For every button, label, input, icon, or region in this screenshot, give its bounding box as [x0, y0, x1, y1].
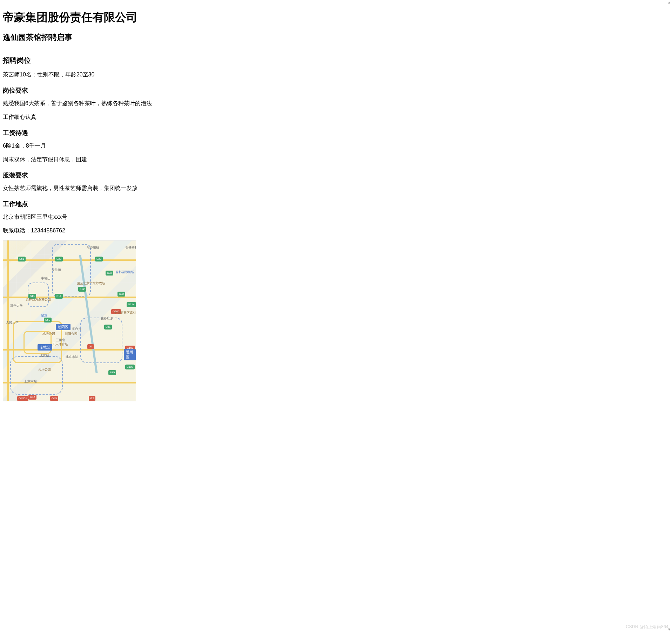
map-image: S51 S28 S28 S11 S11 S32 S32 S214 S12 S50… — [3, 240, 136, 401]
map-place-label: 奥林匹克森林公园 — [26, 297, 51, 302]
map-road-badge: G45 — [28, 395, 36, 400]
map-place-label: 望京 — [41, 313, 47, 318]
map-place-label: 将台乡 — [72, 327, 81, 331]
requirements-text-2: 工作细心认真 — [3, 113, 669, 122]
recruitment-subtitle: 逸仙园茶馆招聘启事 — [3, 32, 669, 43]
map-road-badge: S214 — [127, 302, 136, 307]
company-title: 帝豪集团股份责任有限公司 — [3, 10, 669, 25]
map-district-tongzhou: 通州区 — [124, 349, 136, 360]
divider — [3, 48, 669, 48]
map-place-label: 三里屯 — [56, 338, 65, 342]
map-road-badge: G1 — [87, 344, 94, 349]
map-road-badge: S50 — [44, 318, 52, 322]
map-place-label: 牛栏山 — [41, 276, 51, 281]
map-road-badge: G2 — [89, 396, 95, 401]
map-road-badge: S51 — [18, 257, 26, 261]
salary-text-1: 6险1金，8千一月 — [3, 141, 669, 150]
map-district-dongcheng: 东城区 — [38, 344, 52, 351]
location-text-1: 北京市朝阳区三里屯xxx号 — [3, 212, 669, 222]
map-place-label: 清华大学 — [10, 304, 23, 308]
map-place-label: 北京东站 — [66, 355, 78, 359]
section-heading-location: 工作地点 — [3, 200, 669, 208]
positions-text: 茶艺师10名：性别不限，年龄20至30 — [3, 70, 669, 79]
map-road-badge: G4501 — [17, 396, 28, 401]
map-road-badge: S32 — [117, 292, 125, 297]
map-place-label: 朝阳公园 — [65, 332, 78, 336]
dress-text: 女性茶艺师需旗袍，男性茶艺师需唐装，集团统一发放 — [3, 184, 669, 193]
map-place-label: 天竺镇 — [52, 268, 61, 272]
section-heading-positions: 招聘岗位 — [3, 56, 669, 65]
map-road-badge: S11 — [55, 294, 63, 299]
map-place-label: 崔各庄乡 — [101, 316, 113, 321]
map-road-badge: S302 — [125, 365, 135, 369]
map-place-label: 中央商务区森林公园 — [114, 311, 136, 315]
map-road-badge: S32 — [106, 271, 113, 276]
map-road-badge: S28 — [95, 257, 103, 261]
map-place-label: 国营北京市东郊农场 — [77, 281, 105, 286]
map-place-label: 首都国际机场 — [115, 270, 134, 274]
map-road-badge: S28 — [55, 257, 63, 261]
map-place-label: 工人体育场 — [52, 342, 68, 347]
map-place-label: 北京站 — [40, 353, 49, 358]
section-heading-salary: 工资待遇 — [3, 129, 669, 137]
section-heading-dress: 服装要求 — [3, 171, 669, 179]
requirements-text-1: 熟悉我国6大茶系，善于鉴别各种茶叶，熟练各种茶叶的泡法 — [3, 99, 669, 108]
map-place-label: 石佛营村 — [125, 245, 136, 250]
location-text-2: 联系电话：12344556762 — [3, 226, 669, 235]
map-road-badge: S51 — [104, 325, 112, 329]
map-place-label: 人民大学 — [6, 320, 19, 325]
map-road-badge: S15 — [108, 370, 116, 375]
scroll-up-arrow-icon[interactable]: ▲ — [667, 1, 671, 4]
section-heading-requirements: 岗位要求 — [3, 86, 669, 95]
map-place-label: 北京南站 — [24, 379, 37, 384]
map-place-label: 后沙峪镇 — [87, 245, 99, 250]
map-road-badge: S12 — [78, 287, 86, 292]
map-district-chaoyang: 朝阳区 — [56, 324, 70, 330]
salary-text-2: 周末双休，法定节假日休息，团建 — [3, 155, 669, 164]
map-road-badge: G45 — [50, 396, 58, 401]
map-place-label: 天坛公园 — [38, 367, 51, 372]
map-place-label: 地坛公园 — [42, 332, 55, 336]
